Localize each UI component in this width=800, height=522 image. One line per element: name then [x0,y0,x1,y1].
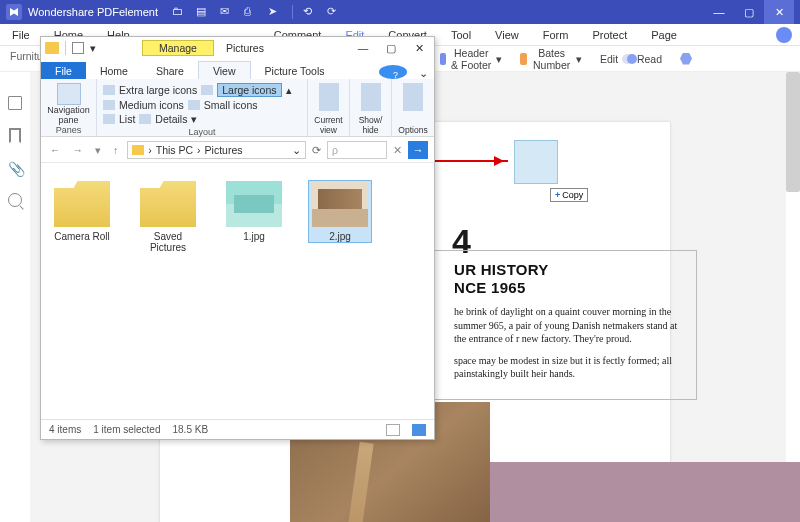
sm-icons-button[interactable]: Small icons [204,99,258,111]
window-maximize-button[interactable]: ▢ [734,0,764,24]
item-label: Saved Pictures [137,231,199,253]
user-avatar-icon[interactable] [776,27,792,43]
explorer-status-bar: 4 items 1 item selected 18.5 KB [41,419,434,439]
explorer-search-input[interactable]: ρ [327,141,387,159]
qat-share-icon[interactable]: ➤ [268,5,282,19]
header-footer-icon [440,53,446,65]
navigation-pane-button[interactable] [57,83,81,105]
md-icons-button[interactable]: Medium icons [119,99,184,111]
md-icons-icon [103,100,115,110]
ribbon-tab-share[interactable]: Share [142,62,198,79]
qat-save-icon[interactable]: ▤ [196,5,210,19]
explorer-folder-icon [45,42,59,54]
bookmarks-icon[interactable] [9,128,21,143]
settings-hex-icon[interactable] [680,53,692,65]
path-folder-icon [132,145,144,155]
menu-view[interactable]: View [483,29,531,41]
sm-icons-icon [188,100,200,110]
file-explorer-window: ▾ Manage Pictures — ▢ ✕ File Home Share … [40,36,435,440]
details-icon [139,114,151,124]
search-icon[interactable] [8,193,22,207]
explorer-qat-dropdown[interactable]: ▾ [90,42,96,54]
explorer-address-bar: ← → ▾ ↑ › This PC› Pictures ⌄ ⟳ ρ ✕ → [41,137,434,163]
layout-scroll-down[interactable]: ▾ [191,113,197,125]
view-details-button[interactable] [386,424,400,436]
attachments-icon[interactable]: 📎 [8,161,22,175]
nav-forward-button[interactable]: → [70,144,87,156]
divider [65,41,66,55]
ribbon-group-currentview: Current view [308,79,350,136]
list-button[interactable]: List [119,113,135,125]
status-selected: 1 item selected [93,424,160,435]
window-minimize-button[interactable]: — [704,0,734,24]
explorer-titlebar: ▾ Manage Pictures — ▢ ✕ [41,37,434,59]
folder-item[interactable]: Camera Roll [51,181,113,242]
qat-mail-icon[interactable]: ✉ [220,5,234,19]
xl-icons-icon [103,85,115,95]
image-item-selected[interactable]: 2.jpg [309,181,371,242]
menu-page[interactable]: Page [639,29,689,41]
ribbon-collapse-icon[interactable]: ⌄ [413,67,434,79]
bates-number-button[interactable]: Bates Number▾ [520,47,582,71]
refresh-button[interactable]: ⟳ [312,144,321,156]
view-thumbnails-button[interactable] [412,424,426,436]
path-segment-root[interactable]: This PC [156,144,193,156]
window-close-button[interactable]: ✕ [764,0,794,24]
ribbon-group-showhide: Show/ hide [350,79,392,136]
item-label: Camera Roll [51,231,113,242]
ribbon-group-layout: Extra large iconsLarge icons▴ Medium ico… [97,79,308,136]
explorer-ribbon: Navigation pane Panes Extra large iconsL… [41,79,434,137]
qat-undo-icon[interactable]: ⟲ [303,5,317,19]
quick-access-toolbar: 🗀 ▤ ✉ ⎙ ➤ ⟲ ⟳ [172,5,341,19]
explorer-close-button[interactable]: ✕ [408,42,430,54]
header-footer-label: Header & Footer [450,47,492,71]
menu-protect[interactable]: Protect [580,29,639,41]
nav-recent-dropdown[interactable]: ▾ [92,144,104,156]
folder-item[interactable]: Saved Pictures [137,181,199,253]
qat-open-icon[interactable]: 🗀 [172,5,186,19]
menu-form[interactable]: Form [531,29,581,41]
current-view-label: Current view [314,115,343,135]
search-go-button[interactable]: → [408,141,428,159]
path-segment-folder[interactable]: Pictures [205,144,243,156]
bates-label: Bates Number [531,47,572,71]
ribbon-tab-home[interactable]: Home [86,62,142,79]
qat-divider [292,5,293,19]
lg-icons-button[interactable]: Large icons [217,83,281,97]
thumbnails-icon[interactable] [8,96,22,110]
ribbon-tab-file[interactable]: File [41,62,86,79]
details-button[interactable]: Details [155,113,187,125]
page-text-frame[interactable]: UR HISTORYNCE 1965 he brink of daylight … [425,250,697,400]
nav-back-button[interactable]: ← [47,144,64,156]
options-button[interactable] [403,83,423,111]
page-paragraph-2: space may be modest in size but it is fe… [454,354,684,381]
menu-tool[interactable]: Tool [439,29,483,41]
search-clear-button[interactable]: ✕ [393,144,402,156]
layout-scroll-up[interactable]: ▴ [286,84,292,96]
nav-up-button[interactable]: ↑ [110,144,121,156]
explorer-file-list[interactable]: Camera Roll Saved Pictures 1.jpg 2.jpg [41,163,434,419]
menu-file[interactable]: File [0,29,42,41]
explorer-minimize-button[interactable]: — [352,42,374,54]
image-item[interactable]: 1.jpg [223,181,285,242]
show-hide-button[interactable] [361,83,381,111]
qat-redo-icon[interactable]: ⟳ [327,5,341,19]
ribbon-tab-view[interactable]: View [198,61,251,79]
current-view-button[interactable] [319,83,339,111]
explorer-context-tab[interactable]: Manage [142,40,214,56]
header-footer-button[interactable]: Header & Footer▾ [440,47,502,71]
explorer-ribbon-tabs: File Home Share View Picture Tools ? ⌄ [41,59,434,79]
ribbon-tab-picture-tools[interactable]: Picture Tools [251,62,339,79]
copy-cursor-badge: Copy [550,188,588,202]
explorer-maximize-button[interactable]: ▢ [380,42,402,54]
address-path[interactable]: › This PC› Pictures ⌄ [127,141,306,159]
qat-print-icon[interactable]: ⎙ [244,5,258,19]
app-titlebar: Wondershare PDFelement 🗀 ▤ ✉ ⎙ ➤ ⟲ ⟳ — ▢… [0,0,800,24]
ribbon-help-icon[interactable]: ? [379,65,407,79]
xl-icons-button[interactable]: Extra large icons [119,84,197,96]
edit-toggle[interactable]: EditRead [600,53,662,65]
bates-icon [520,53,527,65]
vertical-scrollbar[interactable] [786,72,800,192]
show-hide-label: Show/ hide [356,115,385,135]
explorer-qat-props-icon[interactable] [72,42,84,54]
